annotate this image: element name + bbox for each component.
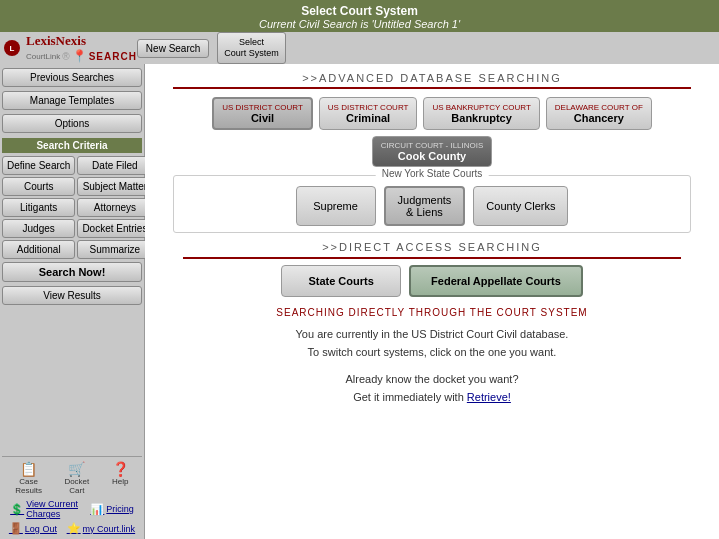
- bankruptcy-court-name: Bankruptcy: [432, 112, 530, 124]
- bankruptcy-court-type: US BANKRUPTCY COURT: [432, 103, 530, 112]
- sidebar: Previous Searches Manage Templates Optio…: [0, 64, 145, 539]
- direct-buttons-row: State Courts Federal Appellate Courts: [163, 265, 701, 297]
- logo-bar: L LexisNexis CourtLink ® 📍 SEARCH New Se…: [0, 32, 719, 64]
- previous-searches-button[interactable]: Previous Searches: [2, 68, 142, 87]
- info-section: SEARCHING DIRECTLY THROUGH THE COURT SYS…: [173, 307, 691, 406]
- courts-button[interactable]: Courts: [2, 177, 75, 196]
- direct-access-section: >>DIRECT ACCESS SEARCHING State Courts F…: [163, 241, 701, 297]
- direct-divider: [183, 257, 681, 259]
- view-results-button[interactable]: View Results: [2, 286, 142, 305]
- date-filed-button[interactable]: Date Filed: [77, 156, 152, 175]
- my-courtlink-icon: ⭐: [67, 522, 81, 535]
- county-clerks-button[interactable]: County Clerks: [473, 186, 568, 226]
- new-search-button[interactable]: New Search: [137, 39, 209, 58]
- search-now-button[interactable]: Search Now!: [2, 262, 142, 282]
- chancery-court-button[interactable]: DELAWARE COURT OF Chancery: [546, 97, 652, 130]
- ny-label: New York State Courts: [376, 168, 489, 179]
- chancery-court-type: DELAWARE COURT OF: [555, 103, 643, 112]
- charges-icon: 💲: [10, 503, 24, 516]
- info-paragraph1: You are currently in the US District Cou…: [173, 326, 691, 361]
- search-criteria-grid: Define Search Date Filed Courts Subject …: [2, 156, 142, 259]
- litigants-button[interactable]: Litigants: [2, 198, 75, 217]
- docket-cart-icon[interactable]: 🛒 Docket Cart: [64, 461, 89, 495]
- select-court-button[interactable]: SelectCourt System: [217, 32, 286, 64]
- pricing-link[interactable]: 📊 Pricing: [90, 499, 134, 519]
- state-courts-button[interactable]: State Courts: [281, 265, 401, 297]
- manage-templates-button[interactable]: Manage Templates: [2, 91, 142, 110]
- attorneys-button[interactable]: Attorneys: [77, 198, 152, 217]
- chancery-court-name: Chancery: [555, 112, 643, 124]
- docket-entries-button[interactable]: Docket Entries: [77, 219, 152, 238]
- define-search-button[interactable]: Define Search: [2, 156, 75, 175]
- lexis-icon: L: [4, 40, 20, 56]
- advanced-title: >>ADVANCED DATABASE SEARCHING: [153, 72, 711, 84]
- case-results-glyph: 📋: [20, 461, 37, 477]
- criminal-court-button[interactable]: US DISTRICT COURT Criminal: [319, 97, 418, 130]
- advanced-divider: [173, 87, 691, 89]
- options-button[interactable]: Options: [2, 114, 142, 133]
- additional-button[interactable]: Additional: [2, 240, 75, 259]
- pin-icon: 📍: [72, 49, 87, 63]
- judgments-liens-button[interactable]: Judgments& Liens: [384, 186, 466, 226]
- log-out-link[interactable]: 🚪 Log Out: [9, 522, 57, 535]
- summarize-button[interactable]: Summarize: [77, 240, 152, 259]
- ny-state-courts-section: New York State Courts Supreme Judgments&…: [173, 175, 691, 233]
- lexis-logo: L LexisNexis CourtLink ® 📍 SEARCH: [4, 33, 137, 63]
- search-label: SEARCH: [89, 51, 137, 62]
- page-title: Select Court System: [0, 4, 719, 18]
- bottom-icons-row: 📋 Case Results 🛒 Docket Cart ❓ Help: [4, 461, 140, 495]
- bankruptcy-court-button[interactable]: US BANKRUPTCY COURT Bankruptcy: [423, 97, 539, 130]
- main-content: >>ADVANCED DATABASE SEARCHING US DISTRIC…: [145, 64, 719, 539]
- court-database-buttons: US DISTRICT COURT Civil US DISTRICT COUR…: [153, 97, 711, 167]
- help-icon[interactable]: ❓ Help: [112, 461, 129, 495]
- docket-cart-glyph: 🛒: [68, 461, 85, 477]
- supreme-court-button[interactable]: Supreme: [296, 186, 376, 226]
- view-current-charges-link[interactable]: 💲 View CurrentCharges: [10, 499, 78, 519]
- my-courtlink-link[interactable]: ⭐ my Court.link: [67, 522, 136, 535]
- page-header: Select Court System Current Civil Search…: [0, 0, 719, 32]
- logout-icon: 🚪: [9, 522, 23, 535]
- bottom-links-row2: 🚪 Log Out ⭐ my Court.link: [4, 522, 140, 535]
- retrieve-link[interactable]: Retrieve!: [467, 391, 511, 403]
- direct-title: >>DIRECT ACCESS SEARCHING: [163, 241, 701, 253]
- criminal-court-name: Criminal: [328, 112, 409, 124]
- civil-court-type: US DISTRICT COURT: [222, 103, 303, 112]
- cook-county-type: CIRCUIT COURT - ILLINOIS: [381, 141, 484, 150]
- case-results-icon[interactable]: 📋 Case Results: [15, 461, 42, 495]
- federal-appellate-courts-button[interactable]: Federal Appellate Courts: [409, 265, 583, 297]
- product-name: CourtLink: [26, 52, 60, 61]
- docket-info: Already know the docket you want? Get it…: [173, 371, 691, 406]
- logo-area: LexisNexis CourtLink ® 📍 SEARCH: [26, 33, 137, 63]
- brand-name: LexisNexis: [26, 33, 137, 49]
- main-layout: Previous Searches Manage Templates Optio…: [0, 64, 719, 539]
- ny-buttons-row: Supreme Judgments& Liens County Clerks: [180, 186, 684, 226]
- cook-county-button[interactable]: CIRCUIT COURT - ILLINOIS Cook County: [372, 136, 493, 167]
- civil-court-button[interactable]: US DISTRICT COURT Civil: [212, 97, 313, 130]
- sidebar-bottom: 📋 Case Results 🛒 Docket Cart ❓ Help 💲 V: [2, 456, 142, 537]
- subject-matter-button[interactable]: Subject Matter: [77, 177, 152, 196]
- pricing-icon: 📊: [90, 503, 104, 516]
- criminal-court-type: US DISTRICT COURT: [328, 103, 409, 112]
- info-header: SEARCHING DIRECTLY THROUGH THE COURT SYS…: [173, 307, 691, 318]
- civil-court-name: Civil: [222, 112, 303, 124]
- search-criteria-header: Search Criteria: [2, 138, 142, 153]
- advanced-section-header: >>ADVANCED DATABASE SEARCHING: [153, 72, 711, 89]
- help-glyph: ❓: [112, 461, 129, 477]
- bottom-links-row: 💲 View CurrentCharges 📊 Pricing: [4, 499, 140, 519]
- judges-button[interactable]: Judges: [2, 219, 75, 238]
- cook-county-name: Cook County: [381, 150, 484, 162]
- page-subtitle: Current Civil Search is 'Untitled Search…: [0, 18, 719, 30]
